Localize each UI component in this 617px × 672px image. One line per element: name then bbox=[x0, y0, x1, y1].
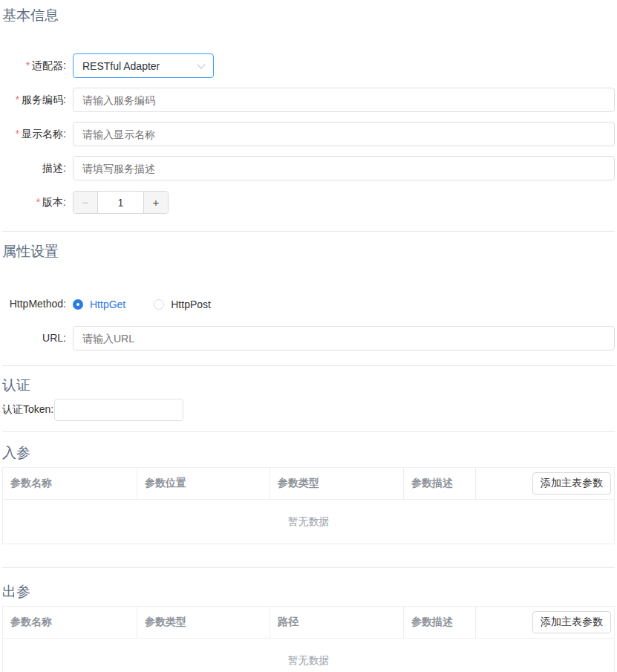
input-params-actions-header: 添加主表参数 bbox=[476, 468, 615, 500]
section-divider bbox=[2, 365, 615, 366]
input-params-header-row: 参数名称 参数位置 参数类型 参数描述 添加主表参数 bbox=[3, 468, 615, 500]
output-params-table: 参数名称 参数类型 路径 参数描述 添加主表参数 暂无数据 bbox=[2, 606, 615, 672]
display-name-label: *显示名称: bbox=[2, 122, 66, 146]
input-params-table: 参数名称 参数位置 参数类型 参数描述 添加主表参数 暂无数据 bbox=[2, 467, 615, 544]
http-method-label: HttpMethod: bbox=[2, 292, 66, 316]
version-row: *版本: − + bbox=[2, 190, 615, 215]
auth-token-label: 认证Token: bbox=[2, 403, 53, 417]
radio-option-httpget[interactable]: HttpGet bbox=[73, 299, 125, 310]
required-asterisk: * bbox=[36, 196, 40, 208]
service-code-input[interactable] bbox=[73, 88, 615, 112]
output-params-empty-row: 暂无数据 bbox=[3, 639, 615, 672]
url-label: URL: bbox=[2, 326, 66, 350]
adapter-select[interactable]: RESTful Adapter bbox=[73, 53, 214, 78]
url-row: URL: bbox=[2, 326, 615, 350]
output-params-header-row: 参数名称 参数类型 路径 参数描述 添加主表参数 bbox=[3, 607, 615, 639]
version-stepper: − + bbox=[73, 191, 169, 214]
add-input-param-button[interactable]: 添加主表参数 bbox=[532, 472, 611, 495]
section-title-input-params: 入参 bbox=[2, 445, 615, 461]
section-divider bbox=[2, 567, 615, 568]
radio-unselected-icon bbox=[154, 299, 164, 310]
radio-httpget-label: HttpGet bbox=[90, 299, 125, 310]
version-label: *版本: bbox=[2, 190, 66, 215]
output-params-actions-header: 添加主表参数 bbox=[476, 607, 615, 639]
adapter-row: *适配器: RESTful Adapter bbox=[2, 53, 615, 78]
adapter-label: *适配器: bbox=[2, 53, 66, 78]
version-decrease-button[interactable]: − bbox=[74, 192, 97, 213]
http-method-radio-group: HttpGet HttpPost bbox=[73, 299, 239, 310]
section-divider bbox=[2, 231, 615, 232]
radio-option-httppost[interactable]: HttpPost bbox=[154, 299, 211, 310]
version-increase-button[interactable]: + bbox=[144, 192, 168, 213]
description-input[interactable] bbox=[73, 156, 615, 180]
radio-selected-icon bbox=[73, 299, 83, 310]
service-config-form: 基本信息 *适配器: RESTful Adapter *服务编码: *显示名称:… bbox=[0, 0, 617, 672]
empty-data-text: 暂无数据 bbox=[3, 500, 615, 544]
column-header-param-position: 参数位置 bbox=[137, 468, 270, 500]
auth-token-row: 认证Token: bbox=[2, 399, 615, 421]
service-code-label: *服务编码: bbox=[2, 88, 66, 112]
column-header-param-description: 参数描述 bbox=[404, 468, 476, 500]
required-asterisk: * bbox=[16, 94, 19, 105]
url-input[interactable] bbox=[73, 326, 615, 350]
adapter-selected-value: RESTful Adapter bbox=[82, 60, 160, 72]
column-header-param-name: 参数名称 bbox=[3, 607, 137, 639]
column-header-param-type: 参数类型 bbox=[137, 607, 270, 639]
radio-httppost-label: HttpPost bbox=[171, 299, 211, 310]
column-header-param-name: 参数名称 bbox=[3, 468, 137, 500]
input-params-empty-row: 暂无数据 bbox=[3, 500, 615, 544]
column-header-param-type: 参数类型 bbox=[270, 468, 404, 500]
chevron-down-icon bbox=[197, 60, 205, 68]
http-method-row: HttpMethod: HttpGet HttpPost bbox=[2, 292, 615, 316]
column-header-param-description: 参数描述 bbox=[404, 607, 476, 639]
required-asterisk: * bbox=[16, 128, 19, 140]
add-output-param-button[interactable]: 添加主表参数 bbox=[532, 611, 611, 633]
description-row: 描述: bbox=[2, 156, 615, 180]
service-code-row: *服务编码: bbox=[2, 88, 615, 112]
description-label: 描述: bbox=[2, 156, 66, 180]
display-name-input[interactable] bbox=[73, 122, 615, 146]
section-title-basic-info: 基本信息 bbox=[2, 7, 615, 24]
section-title-auth: 认证 bbox=[2, 377, 615, 394]
section-divider bbox=[2, 431, 615, 432]
section-title-output-params: 出参 bbox=[2, 584, 615, 600]
column-header-path: 路径 bbox=[270, 607, 404, 639]
section-title-properties: 属性设置 bbox=[2, 244, 615, 260]
version-value-input[interactable] bbox=[97, 192, 144, 213]
display-name-row: *显示名称: bbox=[2, 122, 615, 146]
auth-token-input[interactable] bbox=[54, 399, 183, 421]
required-asterisk: * bbox=[26, 59, 30, 71]
empty-data-text: 暂无数据 bbox=[3, 639, 615, 672]
